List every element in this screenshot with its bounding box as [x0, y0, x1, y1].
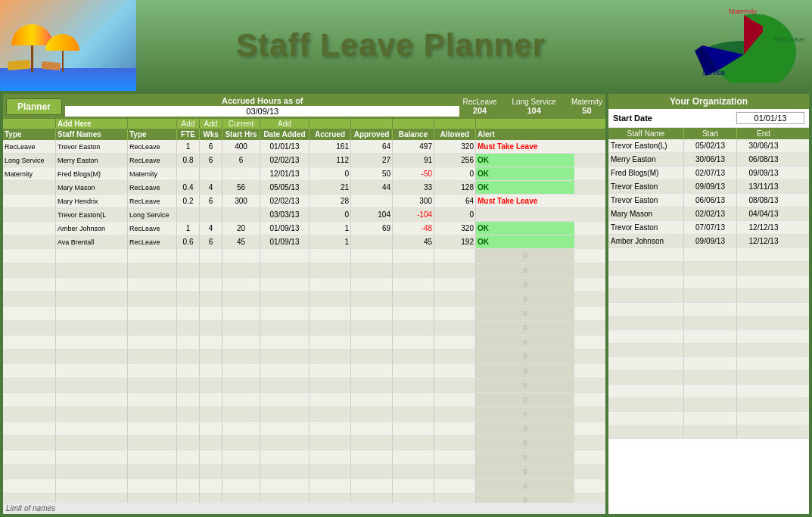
dc-empty-balance: 0 [476, 307, 574, 320]
dc-balance: -50 [393, 167, 434, 180]
stat-maternity-label: Maternity [571, 98, 602, 106]
dc-empty [177, 378, 200, 392]
ch-date-added: Date Added [260, 129, 310, 140]
dc-empty [434, 364, 476, 378]
dc-wks: 6 [200, 195, 222, 207]
dc-empty [177, 292, 200, 306]
dc-empty [351, 422, 393, 435]
org-row: Trevor Easton 07/07/13 12/12/13 [608, 221, 809, 235]
dc-empty [434, 422, 476, 435]
dc-empty [351, 278, 393, 291]
dc-wks: 4 [200, 222, 222, 235]
dc-balance: 91 [393, 154, 434, 167]
dc-empty [260, 364, 310, 378]
dc-name: Fred Blogs(M) [56, 167, 128, 180]
dc-empty-balance: 0 [476, 335, 574, 349]
oc-end: 30/06/13 [737, 139, 790, 152]
oc-end: 04/04/13 [737, 207, 790, 220]
dc-empty [434, 350, 476, 363]
dc-empty [3, 393, 56, 406]
dc-accrued: 28 [310, 195, 351, 207]
sh-approved [351, 119, 393, 129]
oc-empty [684, 412, 737, 425]
dc-empty [200, 479, 222, 493]
oc-empty [684, 276, 737, 288]
dc-wks [200, 167, 222, 180]
oc-name: Trevor Easton(L) [608, 139, 684, 152]
dc-empty [310, 350, 351, 363]
dc-empty-balance: 0 [476, 436, 574, 450]
dc-balance: -48 [393, 222, 434, 235]
dc-empty [393, 278, 434, 291]
dc-empty [434, 450, 476, 464]
stat-maternity: Maternity 50 [571, 98, 602, 115]
dc-allowed: 192 [434, 235, 476, 248]
dc-empty [3, 321, 56, 335]
dc-empty [351, 465, 393, 478]
table-row: Mary Mason RecLeave 0.4 4 56 05/05/13 21… [3, 181, 605, 195]
dc-accrued: 1 [310, 235, 351, 248]
dc-empty-balance: 0 [476, 321, 574, 335]
dc-empty [434, 307, 476, 320]
dc-empty [434, 263, 476, 277]
dc-empty [3, 494, 56, 503]
planner-button[interactable]: Planner [6, 98, 62, 115]
ch-balance: Balance [393, 129, 434, 140]
dc-alert: Must Take Leave [476, 140, 574, 153]
dc-empty [3, 292, 56, 306]
dc-empty [351, 292, 393, 306]
dc-empty [351, 494, 393, 503]
dc-start: 45 [222, 235, 260, 248]
dc-empty [128, 292, 177, 306]
dc-start: 6 [222, 154, 260, 167]
dc-empty [177, 249, 200, 263]
org-header-title: Your Organization [608, 94, 809, 109]
sh-add1: Add [177, 119, 200, 129]
dc-empty [351, 450, 393, 464]
oc-empty [737, 371, 790, 384]
org-start-date: 01/01/13 [736, 112, 804, 124]
dc-alert: OK [476, 222, 574, 235]
dc-empty [128, 321, 177, 335]
ch-accrued: Accrued [310, 129, 351, 140]
dc-empty [177, 422, 200, 435]
dc-name: Mary Mason [56, 181, 128, 194]
dc-empty [260, 263, 310, 277]
dc-fte: 0.8 [177, 154, 200, 167]
dc-type2: RecLeave [128, 140, 177, 153]
dc-empty [56, 350, 128, 363]
ch-fte: FTE [177, 129, 200, 140]
dc-empty [177, 307, 200, 320]
dc-empty [310, 307, 351, 320]
oc-start: 07/07/13 [684, 221, 737, 234]
dc-empty [310, 378, 351, 392]
dc-empty-balance: 0 [476, 378, 574, 392]
dc-empty [56, 479, 128, 493]
dc-date: 12/01/13 [260, 167, 310, 180]
dc-empty [310, 249, 351, 263]
dc-empty [222, 378, 260, 392]
org-row: Fred Blogs(M) 02/07/13 09/09/13 [608, 167, 809, 180]
dc-accrued: 161 [310, 140, 351, 153]
dc-type2: RecLeave [128, 181, 177, 194]
table-row-empty: 0 [3, 321, 605, 335]
svg-text:Service: Service [702, 69, 725, 76]
dc-empty [200, 278, 222, 291]
dc-empty [56, 249, 128, 263]
oc-empty [684, 357, 737, 370]
dc-empty [200, 494, 222, 503]
dc-empty [177, 321, 200, 335]
dc-empty [393, 350, 434, 363]
ch-start-hrs: Start Hrs [222, 129, 260, 140]
dc-empty [128, 249, 177, 263]
dc-empty [310, 321, 351, 335]
dc-approved [351, 235, 393, 248]
ch-type2: Type [128, 129, 177, 140]
oc-empty [608, 262, 684, 275]
dc-wks: 6 [200, 140, 222, 153]
dc-accrued: 112 [310, 154, 351, 167]
dc-empty [200, 407, 222, 421]
dc-empty [222, 364, 260, 378]
dc-wks: 6 [200, 235, 222, 248]
dc-empty-balance: 0 [476, 479, 574, 493]
